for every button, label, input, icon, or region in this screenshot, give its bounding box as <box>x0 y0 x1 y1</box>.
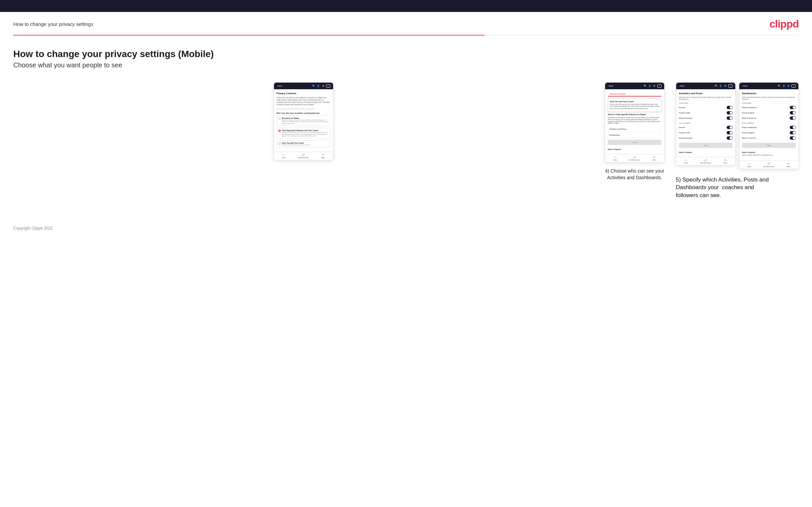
performance-label2: My Performance <box>629 159 640 161</box>
coaches-rounds-label: Rounds <box>679 107 685 109</box>
screen3-group: ‹ Back 🔍 👤 ⚙ ⋮ Activities and Posts S <box>676 82 735 166</box>
dashboards-label: Dashboards <box>609 134 620 136</box>
home-label4: Home <box>747 166 751 168</box>
screen2-nav-icons: 🔍 👤 ⚙ ⋮ <box>643 84 662 88</box>
screen3-nav-home[interactable]: ⌂ Home <box>676 159 696 164</box>
screen2-activities-row[interactable]: Activities and Posts › <box>608 126 662 132</box>
header: How to change your privacy settings clip… <box>0 12 812 35</box>
screen1-body2: however you can control who can see your… <box>276 108 331 110</box>
screen1-option1[interactable]: Everyone on Clippd Anyone on Clippd can … <box>276 115 331 126</box>
screen3-nav: ‹ Back 🔍 👤 ⚙ ⋮ <box>676 82 735 89</box>
screen4-save-btn[interactable]: Save <box>742 143 796 148</box>
screen3-followers-rounds: Rounds <box>679 125 732 130</box>
home-icon4: ⌂ <box>748 163 750 165</box>
menu-label3: Menu <box>724 162 727 164</box>
screen3-nav-icons: 🔍 👤 ⚙ ⋮ <box>714 84 732 88</box>
screen1-nav-performance[interactable]: 📈 My Performance <box>294 154 313 159</box>
settings-icon3[interactable]: ⚙ <box>724 84 727 88</box>
screen4-back[interactable]: ‹ Back <box>742 85 748 87</box>
screen3-nav-menu[interactable]: ≡ Menu <box>716 159 735 164</box>
people-icon2[interactable]: 👤 <box>648 84 651 88</box>
coaches-drills-toggle[interactable] <box>727 111 732 114</box>
page-heading: How to change your privacy settings (Mob… <box>13 49 799 59</box>
screen1-nav-menu[interactable]: ≡ Menu <box>313 154 333 159</box>
main-content: How to change your privacy settings (Mob… <box>0 36 812 219</box>
screen4-nav-menu[interactable]: ≡ Menu <box>779 163 798 168</box>
radio3-circle <box>278 143 281 145</box>
coaches-drills-label: Practice Drills <box>679 112 690 114</box>
coaches-rounds-toggle[interactable] <box>727 106 732 109</box>
screen2-caption-group: ‹ Back 🔍 👤 ⚙ ⋮ Privacy Control <box>601 82 668 181</box>
screen4-desc: Select the dashboards that you'd like to… <box>742 97 796 101</box>
screen4-nav-performance[interactable]: 📈 My Performance <box>759 163 778 168</box>
screen1-group: ‹ Back 🔍 👤 ⚙ ⋮ Privacy Controls Control … <box>13 82 594 160</box>
screen1-option2[interactable]: Only Approved Followers and Your Coach O… <box>276 128 331 138</box>
coaches-round-insights-toggle[interactable] <box>790 111 796 114</box>
screen1-back[interactable]: ‹ Back <box>276 85 282 87</box>
home-label3: Home <box>684 162 688 164</box>
more-button[interactable]: ⋮ <box>326 84 331 88</box>
screen3-nav-performance[interactable]: 📈 My Performance <box>696 159 715 164</box>
tab-privacy-controls[interactable]: Privacy Controls <box>608 92 628 97</box>
screen2-nav-menu[interactable]: ≡ Menu <box>645 156 664 161</box>
followers-manual-label: Manual Activities <box>679 137 693 139</box>
screen4-title: Dashboards <box>742 92 796 95</box>
settings-icon[interactable]: ⚙ <box>321 84 325 88</box>
radio2-desc: Only approved followers and coaches you … <box>282 131 329 137</box>
screen1-nav-icons: 🔍 👤 ⚙ ⋮ <box>312 84 331 88</box>
screen2-help: Help & Support <box>608 147 662 151</box>
screen3-back[interactable]: ‹ Back <box>679 85 684 87</box>
screen2-save-btn[interactable]: Save <box>608 140 662 145</box>
search-icon3[interactable]: 🔍 <box>714 84 718 88</box>
more-button2[interactable]: ⋮ <box>657 84 662 88</box>
screen4-followers-round-insights: Round Insights <box>742 130 796 135</box>
search-icon2[interactable]: 🔍 <box>643 84 647 88</box>
coaches-player-toggle[interactable] <box>790 106 796 109</box>
screen4-coaches-label: COACHES <box>742 102 796 104</box>
followers-manual-toggle[interactable] <box>727 136 732 140</box>
screen1-option3[interactable]: Only You and Your Coach Only you and the… <box>276 140 331 147</box>
screen2-nav-performance[interactable]: 📈 My Performance <box>625 156 644 161</box>
coaches-workOn-label: What To Work On <box>742 117 756 119</box>
screen2-dashboards-row[interactable]: Dashboards › <box>608 132 662 138</box>
screen4-followers-workOn: What To Work On <box>742 136 796 140</box>
screen4-nav-icons: 🔍 👤 ⚙ ⋮ <box>777 84 796 88</box>
more-button4[interactable]: ⋮ <box>792 84 796 88</box>
settings-icon4[interactable]: ⚙ <box>787 84 790 88</box>
screen2-nav-home[interactable]: ⌂ Home <box>605 156 625 161</box>
people-icon4[interactable]: 👤 <box>782 84 785 88</box>
search-icon4[interactable]: 🔍 <box>777 84 781 88</box>
screen3-followers-label: FOLLOWERS <box>679 122 732 124</box>
screen4-nav-home[interactable]: ⌂ Home <box>739 163 759 168</box>
people-icon[interactable]: 👤 <box>317 84 320 88</box>
followers-workOn-toggle[interactable] <box>790 136 796 140</box>
followers-round-insights-toggle[interactable] <box>790 131 796 134</box>
followers-rounds-toggle[interactable] <box>727 126 732 129</box>
screen1-body: Control how you and your data appears to… <box>276 97 331 106</box>
screen3-save-btn[interactable]: Save <box>679 143 732 148</box>
screen4-bottom-nav: ⌂ Home 📈 My Performance ≡ Menu <box>739 161 798 169</box>
coaches-workOn-toggle[interactable] <box>790 116 796 120</box>
coaches-manual-toggle[interactable] <box>727 116 732 120</box>
screen2-show-hide-text: Regardless of the privacy controls that … <box>608 117 662 124</box>
screenshots-row: ‹ Back 🔍 👤 ⚙ ⋮ Privacy Controls Control … <box>13 82 799 200</box>
footer: Copyright Clippd 2022 <box>0 219 812 237</box>
popover-title: Only You and Your Coach <box>610 101 660 103</box>
screen4-nav: ‹ Back 🔍 👤 ⚙ ⋮ <box>739 82 798 89</box>
performance-label: My Performance <box>298 157 309 159</box>
performance-label4: My Performance <box>763 166 774 168</box>
followers-drills-toggle[interactable] <box>727 131 732 134</box>
screen1-bottom-nav: ⌂ Home 📈 My Performance ≡ Menu <box>274 152 333 160</box>
screen3-mockup: ‹ Back 🔍 👤 ⚙ ⋮ Activities and Posts S <box>676 82 735 166</box>
coaches-manual-label: Manual Activities <box>679 117 693 119</box>
followers-player-toggle[interactable] <box>790 126 796 129</box>
screen1-nav-home[interactable]: ⌂ Home <box>274 154 294 159</box>
screen2-back[interactable]: ‹ Back <box>608 85 613 87</box>
home-icon2: ⌂ <box>614 156 616 159</box>
settings-icon2[interactable]: ⚙ <box>653 84 656 88</box>
people-icon3[interactable]: 👤 <box>719 84 722 88</box>
more-button3[interactable]: ⋮ <box>728 84 732 88</box>
top-bar <box>0 0 812 12</box>
caption-screens12: 4) Choose who can see your Activities an… <box>601 168 668 181</box>
search-icon[interactable]: 🔍 <box>312 84 315 88</box>
